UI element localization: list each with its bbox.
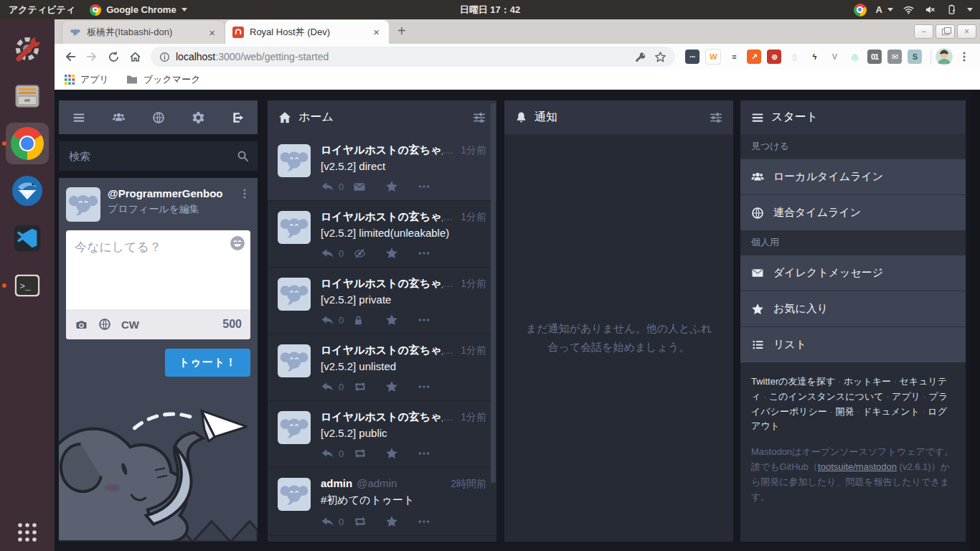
display-name[interactable]: admin bbox=[321, 477, 352, 489]
account-handle[interactable]: @ProgrammerGenboo bbox=[108, 187, 223, 199]
more-button[interactable] bbox=[418, 447, 450, 460]
attach-media-icon[interactable] bbox=[75, 319, 88, 331]
reply-button[interactable]: 0 bbox=[321, 314, 353, 326]
timestamp[interactable]: 1分前 bbox=[461, 278, 486, 291]
nav-item-users[interactable]: ローカルタイムライン bbox=[740, 159, 966, 194]
close-tab-icon[interactable]: × bbox=[371, 26, 382, 38]
more-button[interactable] bbox=[418, 180, 450, 193]
home-column-header[interactable]: ホーム bbox=[268, 100, 496, 134]
dock-item-vscode[interactable] bbox=[0, 215, 55, 262]
search-input[interactable] bbox=[67, 149, 231, 163]
more-button[interactable] bbox=[418, 380, 450, 393]
display-name[interactable]: ロイヤルホストの玄ちゃん bbox=[321, 210, 443, 224]
new-tab-button[interactable]: + bbox=[389, 23, 415, 44]
nav-item-envelope[interactable]: ダイレクトメッセージ bbox=[740, 255, 966, 291]
toot[interactable]: ロイヤルホストの玄ちゃん… 1分前 [v2.5.2] unlisted 0 bbox=[268, 334, 496, 401]
avatar[interactable] bbox=[278, 478, 311, 511]
avatar[interactable] bbox=[278, 211, 311, 244]
chrome-notification-icon[interactable] bbox=[854, 4, 867, 17]
account-menu-icon[interactable] bbox=[239, 188, 250, 199]
column-scrollbar[interactable] bbox=[491, 103, 496, 483]
volume-muted-icon[interactable] bbox=[924, 4, 936, 15]
favourite-button[interactable] bbox=[385, 247, 418, 260]
footer-link[interactable]: ホットキー bbox=[844, 376, 891, 387]
toot[interactable]: ロイヤルホストの玄ちゃん… 1分前 [v2.5.2] private 0 bbox=[268, 268, 496, 334]
timestamp[interactable]: 2時間前 bbox=[451, 478, 486, 491]
footer-link[interactable]: 開発 bbox=[835, 406, 854, 417]
toot[interactable]: ロイヤルホストの玄ちゃん… 1分前 [v2.5.2] direct 0 bbox=[268, 134, 496, 201]
favourite-button[interactable] bbox=[385, 180, 418, 193]
search-box[interactable] bbox=[59, 141, 258, 171]
browser-menu-icon[interactable] bbox=[954, 47, 974, 67]
nav-item-list[interactable]: リスト bbox=[740, 326, 966, 362]
home-button[interactable] bbox=[125, 47, 145, 67]
reply-button[interactable]: 0 bbox=[321, 248, 353, 260]
more-button[interactable] bbox=[418, 515, 450, 528]
clock[interactable]: 日曜日 17：42 bbox=[460, 4, 521, 17]
back-button[interactable] bbox=[60, 47, 80, 67]
reply-button[interactable]: 0 bbox=[321, 448, 353, 460]
bookmark-folder[interactable]: ブックマーク bbox=[126, 73, 201, 86]
dock-item-file-archiver[interactable] bbox=[0, 72, 55, 120]
toot[interactable]: ロイヤルホストの玄ちゃん… 1分前 [v2.5.2] public 0 bbox=[268, 401, 496, 468]
edit-profile-link[interactable]: プロフィールを編集 bbox=[108, 203, 223, 216]
keyboard-layout-indicator[interactable]: A bbox=[876, 4, 893, 15]
close-tab-icon[interactable]: × bbox=[207, 27, 217, 39]
timestamp[interactable]: 1分前 bbox=[461, 411, 486, 424]
debugger-extension[interactable]: ⊛ bbox=[767, 50, 781, 64]
lightning-extension[interactable]: ϟ bbox=[807, 50, 821, 64]
start-menu-icon[interactable] bbox=[68, 107, 90, 128]
eye-slash-icon[interactable] bbox=[353, 248, 385, 260]
browser-tab-itabashi[interactable]: 板橋丼(Itabashi-don) × bbox=[62, 20, 225, 44]
favourite-button[interactable] bbox=[385, 314, 418, 326]
display-name[interactable]: ロイヤルホストの玄ちゃん bbox=[321, 344, 443, 357]
reload-button[interactable] bbox=[103, 47, 123, 67]
column-settings-icon[interactable] bbox=[710, 111, 722, 124]
nav-item-star[interactable]: お気に入り bbox=[740, 291, 966, 326]
toot[interactable]: ロイヤルホストの玄ちゃん… 1分前 [v2.5.2] limited(unlea… bbox=[268, 201, 496, 268]
show-applications-button[interactable] bbox=[0, 521, 55, 544]
column-settings-icon[interactable] bbox=[473, 111, 486, 124]
favourite-button[interactable] bbox=[385, 380, 418, 393]
footer-link[interactable]: Twitterの友達を探す bbox=[751, 376, 835, 387]
display-name[interactable]: ロイヤルホストの玄ちゃん bbox=[321, 277, 443, 291]
browser-profile-avatar[interactable] bbox=[936, 48, 953, 65]
avatar[interactable] bbox=[278, 278, 311, 311]
activities-button[interactable]: アクティビティ bbox=[9, 4, 75, 17]
content-warning-button[interactable]: CW bbox=[121, 319, 139, 331]
emoji-picker-icon[interactable] bbox=[230, 235, 245, 251]
chat-extension[interactable]: ✉ bbox=[887, 50, 902, 64]
avatar[interactable] bbox=[278, 344, 311, 377]
radar-extension[interactable]: ◎ bbox=[847, 50, 862, 64]
page-extension[interactable]: ▯ bbox=[787, 50, 801, 64]
getting-started-header[interactable]: スタート bbox=[740, 100, 966, 134]
boost-icon[interactable] bbox=[353, 381, 385, 392]
reply-button[interactable]: 0 bbox=[321, 381, 353, 393]
avatar[interactable] bbox=[278, 144, 311, 177]
dock-item-google-chrome[interactable] bbox=[0, 120, 55, 167]
compose-textarea[interactable] bbox=[66, 230, 250, 309]
favourite-button[interactable] bbox=[385, 515, 418, 528]
close-button[interactable]: × bbox=[957, 24, 976, 39]
footer-link[interactable]: このインスタンスについて bbox=[769, 391, 884, 402]
timestamp[interactable]: 1分前 bbox=[461, 211, 486, 224]
boost-icon[interactable] bbox=[353, 516, 385, 527]
federated-timeline-icon[interactable] bbox=[148, 107, 169, 128]
local-timeline-icon[interactable] bbox=[108, 107, 130, 128]
bookmark-star-icon[interactable] bbox=[654, 51, 666, 63]
boost-icon[interactable] bbox=[353, 448, 385, 459]
battery-icon[interactable] bbox=[946, 4, 958, 15]
reply-button[interactable]: 0 bbox=[321, 516, 353, 528]
visibility-globe-icon[interactable] bbox=[98, 318, 111, 331]
forward-button[interactable] bbox=[82, 47, 102, 67]
minimize-button[interactable]: − bbox=[914, 24, 933, 39]
dots-extension[interactable]: ··· bbox=[685, 50, 699, 64]
analytics-extension[interactable]: ↗ bbox=[747, 50, 761, 64]
favourite-button[interactable] bbox=[385, 447, 418, 460]
nav-item-globe[interactable]: 連合タイムライン bbox=[740, 194, 966, 230]
footer-link[interactable]: アプリ bbox=[892, 391, 920, 402]
more-button[interactable] bbox=[418, 314, 450, 326]
timestamp[interactable]: 1分前 bbox=[461, 344, 486, 357]
dock-item-terminal[interactable]: >_ bbox=[0, 262, 55, 309]
display-name[interactable]: ロイヤルホストの玄ちゃん bbox=[321, 410, 443, 424]
